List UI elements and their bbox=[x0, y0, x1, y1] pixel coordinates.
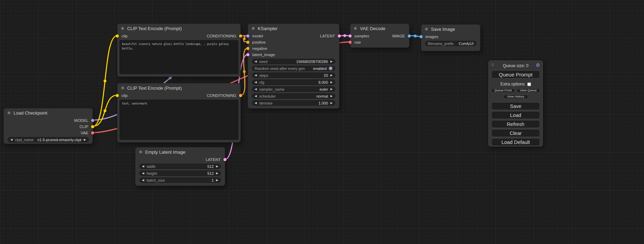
node-title-bar[interactable]: Save Image bbox=[421, 25, 480, 34]
increment-arrow-icon[interactable]: ▶ bbox=[84, 138, 86, 141]
decrement-arrow-icon[interactable]: ◀ bbox=[142, 179, 144, 182]
queue-prompt-button[interactable]: Queue Prompt bbox=[491, 70, 540, 79]
settings-gear-icon[interactable]: ⚙ bbox=[536, 62, 540, 68]
prompt-textarea[interactable]: text, watermark bbox=[120, 100, 238, 140]
input-slot-clip[interactable] bbox=[116, 35, 119, 38]
node-title: Load Checkpoint bbox=[14, 110, 47, 116]
output-slot-model[interactable] bbox=[91, 119, 94, 122]
widget-ckpt-name[interactable]: ◀ ckpt_name v1-5-pruned-emaonly.ckpt ▶ bbox=[8, 137, 89, 142]
widget-batch-size[interactable]: ◀ batch_size 1 ▶ bbox=[139, 178, 221, 183]
decrement-arrow-icon[interactable]: ◀ bbox=[255, 81, 257, 84]
toggle-knob-icon[interactable] bbox=[329, 66, 333, 70]
node-title: Empty Latent Image bbox=[145, 150, 185, 155]
increment-arrow-icon[interactable]: ▶ bbox=[216, 172, 218, 175]
node-title-bar[interactable]: CLIP Text Encode (Prompt) bbox=[117, 24, 240, 33]
decrement-arrow-icon[interactable]: ◀ bbox=[255, 102, 257, 105]
output-slot-label: VAE bbox=[81, 131, 88, 135]
save-button[interactable]: Save bbox=[491, 102, 540, 110]
node-title-bar[interactable]: VAE Decode bbox=[350, 24, 409, 33]
output-slot-latent[interactable] bbox=[223, 158, 227, 161]
queue-menu-panel[interactable]: ⠿ Queue size: 0 ⚙ Queue Prompt Extra opt… bbox=[488, 61, 543, 146]
output-slot-latent[interactable] bbox=[338, 35, 341, 38]
increment-arrow-icon[interactable]: ▶ bbox=[216, 165, 218, 168]
node-vae-decode[interactable]: VAE Decode samples IMAGE vae bbox=[350, 24, 409, 48]
collapse-dot-icon[interactable] bbox=[121, 86, 124, 90]
input-slot-samples[interactable] bbox=[349, 35, 352, 38]
node-title-bar[interactable]: KSampler bbox=[248, 24, 339, 33]
collapse-dot-icon[interactable] bbox=[425, 27, 428, 31]
collapse-dot-icon[interactable] bbox=[7, 111, 11, 115]
increment-arrow-icon[interactable]: ▶ bbox=[330, 95, 333, 98]
widget-scheduler[interactable]: ◀ scheduler normal ▶ bbox=[252, 93, 335, 99]
view-queue-button[interactable]: View Queue bbox=[517, 88, 540, 93]
widget-cfg[interactable]: ◀ cfg 8.000 ▶ bbox=[252, 80, 335, 85]
slot-row: model LATENT bbox=[248, 33, 339, 39]
node-empty-latent-image[interactable]: Empty Latent Image LATENT ◀ width 512 ▶ … bbox=[135, 147, 225, 186]
decrement-arrow-icon[interactable]: ◀ bbox=[255, 88, 257, 91]
graph-canvas[interactable]: { "icons": { "decrement": "◀", "incremen… bbox=[0, 0, 644, 244]
view-history-button[interactable]: View History bbox=[503, 94, 528, 99]
queue-size-label: Queue size: 0 bbox=[503, 63, 528, 68]
input-slot-label: clip bbox=[122, 93, 127, 98]
widget-random-seed-toggle[interactable]: Random seed after every gen enabled bbox=[252, 66, 335, 71]
input-slot-positive[interactable] bbox=[246, 41, 249, 44]
increment-arrow-icon[interactable]: ▶ bbox=[330, 102, 333, 105]
widget-width[interactable]: ◀ width 512 ▶ bbox=[139, 164, 221, 169]
clear-button[interactable]: Clear bbox=[491, 129, 540, 137]
input-slot-vae[interactable] bbox=[349, 41, 352, 44]
input-slot-images[interactable] bbox=[420, 35, 423, 38]
node-clip-text-encode-positive[interactable]: CLIP Text Encode (Prompt) clip CONDITION… bbox=[117, 24, 241, 77]
widget-filename-prefix[interactable]: filename_prefix ComfyUI bbox=[425, 41, 476, 46]
decrement-arrow-icon[interactable]: ◀ bbox=[142, 165, 144, 168]
decrement-arrow-icon[interactable]: ◀ bbox=[142, 172, 144, 175]
extra-options-row: Extra options bbox=[491, 82, 540, 87]
load-default-button[interactable]: Load Default bbox=[491, 138, 540, 146]
node-save-image[interactable]: Save Image images filename_prefix ComfyU… bbox=[421, 24, 480, 51]
widget-label: seed bbox=[259, 60, 267, 64]
output-slot-conditioning[interactable] bbox=[239, 35, 242, 38]
increment-arrow-icon[interactable]: ▶ bbox=[330, 88, 333, 91]
collapse-dot-icon[interactable] bbox=[252, 27, 255, 30]
decrement-arrow-icon[interactable]: ◀ bbox=[255, 74, 257, 77]
wire-midpoint-dot-vae-decode-image-to-save-image bbox=[414, 35, 417, 37]
output-slot-conditioning[interactable] bbox=[239, 94, 242, 97]
output-slot-label: LATENT bbox=[320, 34, 335, 38]
output-slot-clip[interactable] bbox=[91, 125, 94, 128]
widget-denoise[interactable]: ◀ denoise 1.000 ▶ bbox=[252, 100, 335, 106]
refresh-button[interactable]: Refresh bbox=[491, 120, 540, 128]
decrement-arrow-icon[interactable]: ◀ bbox=[255, 60, 257, 63]
widget-seed[interactable]: ◀ seed 156680208700286 ▶ bbox=[252, 59, 335, 64]
node-title-bar[interactable]: Load Checkpoint bbox=[4, 108, 92, 117]
node-title: Save Image bbox=[431, 27, 455, 32]
increment-arrow-icon[interactable]: ▶ bbox=[330, 74, 333, 77]
collapse-dot-icon[interactable] bbox=[121, 27, 124, 30]
node-title-bar[interactable]: Empty Latent Image bbox=[135, 147, 225, 156]
collapse-dot-icon[interactable] bbox=[139, 150, 142, 154]
widget-steps[interactable]: ◀ steps 20 ▶ bbox=[252, 73, 335, 78]
node-load-checkpoint[interactable]: Load Checkpoint MODEL CLIP VAE ◀ ckpt_na… bbox=[3, 108, 93, 144]
collapse-dot-icon[interactable] bbox=[354, 27, 357, 30]
increment-arrow-icon[interactable]: ▶ bbox=[216, 179, 218, 182]
prompt-textarea[interactable]: beautiful scenery nature glass bottle la… bbox=[120, 40, 238, 74]
input-slot-clip[interactable] bbox=[116, 94, 119, 97]
node-ksampler[interactable]: KSampler model LATENT positive negative … bbox=[248, 24, 339, 109]
output-slot-vae[interactable] bbox=[91, 132, 94, 135]
increment-arrow-icon[interactable]: ▶ bbox=[330, 60, 333, 63]
node-clip-text-encode-negative[interactable]: CLIP Text Encode (Prompt) clip CONDITION… bbox=[117, 83, 241, 143]
input-slot-latent-image[interactable] bbox=[246, 53, 249, 56]
node-title-bar[interactable]: CLIP Text Encode (Prompt) bbox=[117, 83, 240, 92]
load-button[interactable]: Load bbox=[491, 111, 540, 119]
increment-arrow-icon[interactable]: ▶ bbox=[330, 81, 333, 84]
drag-handle-icon[interactable]: ⠿ bbox=[491, 63, 494, 67]
extra-options-checkbox[interactable] bbox=[527, 82, 531, 86]
output-slot-image[interactable] bbox=[408, 35, 411, 38]
widget-sampler-name[interactable]: ◀ sampler_name euler ▶ bbox=[252, 87, 335, 92]
queue-front-button[interactable]: Queue Front bbox=[491, 88, 515, 93]
input-slot-negative[interactable] bbox=[246, 47, 249, 50]
widget-height[interactable]: ◀ height 512 ▶ bbox=[139, 171, 221, 176]
decrement-arrow-icon[interactable]: ◀ bbox=[255, 95, 257, 98]
decrement-arrow-icon[interactable]: ◀ bbox=[10, 138, 12, 141]
slot-row: CLIP bbox=[4, 124, 92, 130]
output-slot-label: LATENT bbox=[206, 157, 221, 162]
input-slot-model[interactable] bbox=[246, 35, 249, 38]
